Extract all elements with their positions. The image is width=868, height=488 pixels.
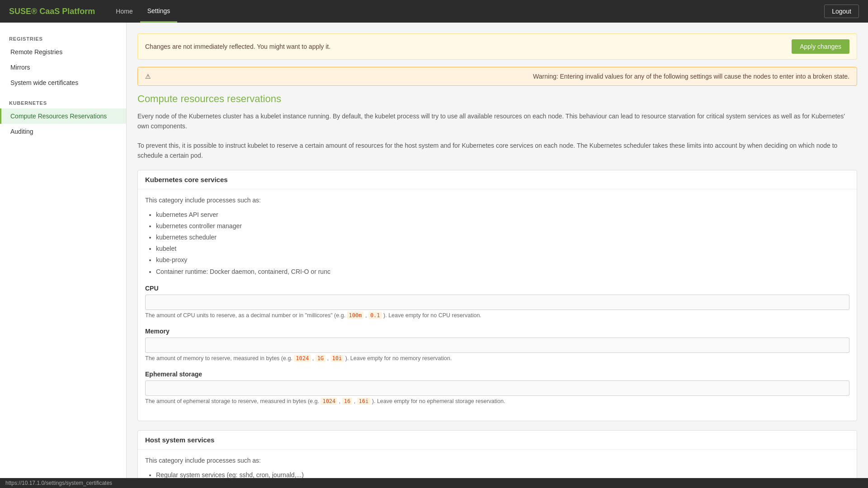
- host-system-title: Host system services: [138, 431, 857, 450]
- sidebar-item-mirrors[interactable]: Mirrors: [0, 60, 126, 75]
- memory-hint: The amount of memory to reserve, measure…: [145, 355, 849, 361]
- navbar: SUSE® CaaS Platform Home Settings Logout: [0, 0, 868, 23]
- status-bar: https://10.17.1.0/settings/system_certif…: [0, 478, 868, 488]
- brand-text: SUSE® CaaS Platform: [9, 7, 95, 16]
- ephemeral-label: Ephemeral storage: [145, 371, 849, 378]
- logout-button[interactable]: Logout: [824, 5, 859, 18]
- sidebar-item-compute-resources[interactable]: Compute Resources Reservations: [0, 108, 126, 124]
- apply-changes-button[interactable]: Apply changes: [792, 39, 849, 54]
- cpu-field-group: CPU The amount of CPU units to reserve, …: [145, 285, 849, 319]
- ephemeral-example-3: 16i: [357, 398, 371, 405]
- list-item: kubelet: [156, 243, 849, 254]
- list-item: kubernetes controller manager: [156, 221, 849, 232]
- k8s-processes-list: kubernetes API server kubernetes control…: [156, 209, 849, 277]
- cpu-label: CPU: [145, 285, 849, 292]
- nav-settings[interactable]: Settings: [140, 0, 178, 23]
- info-banner: Changes are not immediately reflected. Y…: [137, 33, 857, 60]
- sidebar-item-remote-registries[interactable]: Remote Registries: [0, 44, 126, 60]
- host-category-text: This category include processes such as:: [145, 457, 849, 464]
- cpu-example-2: 0.1: [368, 312, 382, 319]
- memory-label: Memory: [145, 328, 849, 335]
- sidebar-item-auditing[interactable]: Auditing: [0, 124, 126, 139]
- list-item: kubernetes API server: [156, 209, 849, 221]
- kubernetes-core-title: Kubernetes core services: [138, 170, 857, 189]
- warning-banner-text: Warning: Entering invalid values for any…: [533, 73, 849, 80]
- sidebar-section-registries: REGISTRIES: [0, 32, 126, 44]
- info-banner-text: Changes are not immediately reflected. Y…: [145, 43, 330, 50]
- sidebar-section-kubernetes: KUBERNETES: [0, 96, 126, 108]
- nav-home[interactable]: Home: [108, 0, 140, 23]
- ephemeral-field-group: Ephemeral storage The amount of ephemera…: [145, 371, 849, 404]
- ephemeral-example-2: 16: [342, 398, 352, 405]
- warning-banner: ⚠ Warning: Entering invalid values for a…: [137, 67, 857, 86]
- kubernetes-core-body: This category include processes such as:…: [138, 189, 857, 421]
- page-description-2: To prevent this, it is possible to instr…: [137, 141, 857, 161]
- memory-input[interactable]: [145, 338, 849, 353]
- list-item: kube-proxy: [156, 254, 849, 266]
- memory-example-1: 1024: [294, 355, 311, 362]
- page-description-1: Every node of the Kubernetes cluster has…: [137, 111, 857, 131]
- kubernetes-core-section: Kubernetes core services This category i…: [137, 170, 857, 421]
- ephemeral-input[interactable]: [145, 380, 849, 396]
- memory-example-3: 10i: [330, 355, 344, 362]
- sidebar-item-system-wide-certificates[interactable]: System wide certificates: [0, 75, 126, 90]
- main-content: Changes are not immediately reflected. Y…: [127, 23, 868, 488]
- page-title: Compute resources reservations: [137, 93, 857, 105]
- layout: REGISTRIES Remote Registries Mirrors Sys…: [0, 23, 868, 488]
- cpu-input[interactable]: [145, 295, 849, 310]
- cpu-hint: The amount of CPU units to reserve, as a…: [145, 312, 849, 319]
- status-bar-url: https://10.17.1.0/settings/system_certif…: [5, 480, 112, 486]
- k8s-category-text: This category include processes such as:: [145, 197, 849, 204]
- ephemeral-hint: The amount of ephemeral storage to reser…: [145, 398, 849, 404]
- brand-logo[interactable]: SUSE® CaaS Platform: [9, 7, 95, 16]
- memory-example-2: 1G: [316, 355, 326, 362]
- cpu-example-1: 100m: [347, 312, 364, 319]
- list-item: kubernetes scheduler: [156, 232, 849, 243]
- ephemeral-example-1: 1024: [321, 398, 337, 405]
- list-item: Container runtime: Docker daemon, contai…: [156, 266, 849, 277]
- sidebar: REGISTRIES Remote Registries Mirrors Sys…: [0, 23, 127, 488]
- warning-icon: ⚠: [145, 73, 151, 80]
- memory-field-group: Memory The amount of memory to reserve, …: [145, 328, 849, 361]
- nav-links: Home Settings: [108, 0, 177, 23]
